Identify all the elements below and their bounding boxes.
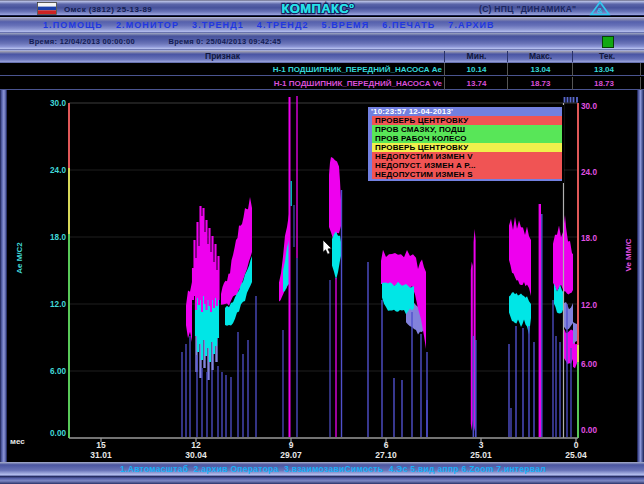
svg-text:0.00: 0.00 xyxy=(50,429,66,438)
svg-text:30.0: 30.0 xyxy=(50,99,66,108)
svg-text:24.0: 24.0 xyxy=(50,166,66,175)
svg-text:&: & xyxy=(597,6,603,15)
svg-text:Ае М/С2: Ае М/С2 xyxy=(15,242,24,274)
svg-text:31.01: 31.01 xyxy=(90,450,112,460)
svg-text:9: 9 xyxy=(289,440,294,450)
svg-text:30.04: 30.04 xyxy=(185,450,207,460)
svg-text:0: 0 xyxy=(574,440,579,450)
svg-text:29.07: 29.07 xyxy=(280,450,302,460)
svg-text:27.10: 27.10 xyxy=(375,450,397,460)
svg-text:6.00: 6.00 xyxy=(581,360,597,369)
svg-text:18.0: 18.0 xyxy=(50,233,66,242)
svg-text:12.0: 12.0 xyxy=(50,300,66,309)
svg-text:КОМПАКС°: КОМПАКС° xyxy=(281,1,354,16)
svg-text:0.00: 0.00 xyxy=(581,426,597,435)
svg-text:12: 12 xyxy=(191,440,201,450)
svg-text:15: 15 xyxy=(96,440,106,450)
svg-text:6: 6 xyxy=(384,440,389,450)
svg-text:25.01: 25.01 xyxy=(470,450,492,460)
svg-text:Ve ММ/С: Ve ММ/С xyxy=(624,238,633,271)
svg-text:12.0: 12.0 xyxy=(581,301,597,310)
svg-text:30.0: 30.0 xyxy=(581,102,597,111)
svg-text:Омск (3812) 25-13-89: Омск (3812) 25-13-89 xyxy=(64,5,152,14)
svg-text:(С) НПЦ "ДИНАМИКА": (С) НПЦ "ДИНАМИКА" xyxy=(479,4,576,14)
svg-text:6.00: 6.00 xyxy=(50,367,66,376)
svg-text:3: 3 xyxy=(479,440,484,450)
svg-text:мес: мес xyxy=(10,437,25,446)
svg-text:18.0: 18.0 xyxy=(581,234,597,243)
svg-text:24.0: 24.0 xyxy=(581,168,597,177)
svg-text:25.04: 25.04 xyxy=(565,450,587,460)
